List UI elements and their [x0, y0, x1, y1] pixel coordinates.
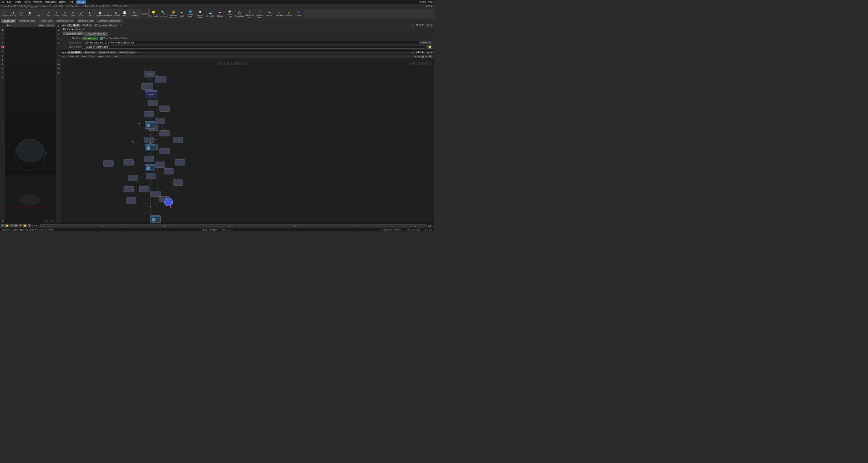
base-name-browse-btn[interactable]: Nuovo sc: [421, 41, 432, 44]
menu-help2[interactable]: Help: [114, 55, 118, 58]
forward-nav[interactable]: ▶: [65, 24, 66, 26]
skip-start-btn[interactable]: ⏮: [1, 224, 4, 227]
step-back-btn[interactable]: ⏪: [5, 224, 9, 227]
paint-icon[interactable]: 🖌: [0, 75, 4, 79]
file-tab[interactable]: File: [125, 5, 129, 8]
play-reverse-btn[interactable]: ◀: [10, 224, 13, 227]
move-icon[interactable]: ✥: [0, 28, 4, 32]
volume-light-btn[interactable]: 🌐Volume Light: [185, 9, 195, 19]
animation-editor-tab[interactable]: Animation Editor: [17, 19, 37, 23]
tool8[interactable]: ⊕: [0, 62, 4, 66]
reachivs-tab[interactable]: ReachivS: [67, 24, 81, 27]
stop-btn[interactable]: ⏹: [14, 224, 18, 227]
camera-tool[interactable]: 📷Camera: [131, 9, 139, 19]
menu-assets[interactable]: Assets: [24, 1, 30, 3]
characters-tab[interactable]: Characters: [37, 5, 48, 8]
circle-tool[interactable]: ○Circle: [53, 9, 61, 19]
sphere-tool[interactable]: ●Sphere: [9, 9, 17, 19]
viewport-canvas[interactable]: Indie Edition: [5, 27, 56, 223]
cloud-fx-tab[interactable]: Cloud FX: [106, 5, 116, 8]
box-tool[interactable]: ■Box: [26, 9, 34, 19]
switcher-btn[interactable]: ⇄Switcher: [284, 9, 294, 19]
search-btn[interactable]: 🔍: [429, 55, 433, 58]
reload-geometry-btn[interactable]: Reload Geometry: [85, 32, 108, 36]
guide-process-tab[interactable]: Guide Process: [70, 5, 85, 8]
grid-tool[interactable]: ⊞Grid: [34, 9, 42, 19]
gi-light-btn[interactable]: ✦GI Light: [215, 9, 225, 19]
metaball-tool[interactable]: ⊕Metaball: [112, 9, 120, 19]
tool7[interactable]: ◈: [0, 58, 4, 62]
rotate-icon[interactable]: ↻: [0, 32, 4, 36]
tree-view-tab[interactable]: Tree View: [83, 51, 97, 54]
adj-setup-tab[interactable]: Adj/SETUP: [67, 51, 82, 54]
tool9[interactable]: ⊗: [0, 66, 4, 70]
portal-light-btn[interactable]: ⬡Portal Light: [235, 9, 245, 19]
layout-icon4[interactable]: ⊟: [430, 51, 433, 54]
lsystem-tool[interactable]: ∤L-System: [104, 9, 112, 19]
foliage-tab[interactable]: Foliage: [21, 5, 28, 8]
path-back-nav[interactable]: ◀: [62, 51, 64, 54]
menu-tools[interactable]: Tools: [89, 55, 94, 58]
spot-light-btn[interactable]: 🔦Spot Light: [158, 9, 168, 19]
menu-layout[interactable]: Layout: [97, 55, 103, 58]
layout-icon1[interactable]: ⊞: [426, 24, 429, 27]
menu-megascans[interactable]: Megascans: [45, 1, 57, 3]
constraints-tab[interactable]: Constraints: [49, 5, 60, 8]
vp-tool7[interactable]: ▽: [57, 49, 61, 53]
composite-view-tab[interactable]: Composite View: [55, 19, 75, 23]
menu-render[interactable]: Render: [14, 1, 21, 3]
timeline-ruler[interactable]: 0 50 100 150 200 250 300: [40, 224, 425, 227]
snap-icon[interactable]: 🧲: [0, 45, 4, 49]
view-btn1[interactable]: ⊞: [414, 55, 417, 58]
add-view-tab-btn[interactable]: +: [125, 20, 126, 23]
load-from-disk-tab[interactable]: Load from Disk: [63, 32, 84, 36]
geometry-spreadsheet-tab[interactable]: Geometry Spreadsheet: [96, 19, 123, 23]
select-icon[interactable]: ↗: [0, 24, 4, 28]
play-btn[interactable]: ▶: [19, 224, 23, 227]
current-frame-input[interactable]: 66: [32, 224, 39, 227]
stereo-camera-btn[interactable]: 🔭Camera: [294, 9, 304, 19]
menu-view[interactable]: View: [81, 55, 86, 58]
light-btn[interactable]: ☀Light: [178, 9, 185, 19]
tool6[interactable]: ⊞: [0, 54, 4, 58]
layout-icon2[interactable]: ⊟: [430, 24, 433, 27]
solid-ops-tool[interactable]: ▣Solid Ops: [96, 9, 104, 19]
view-btn4[interactable]: ⊠: [425, 55, 428, 58]
vp-tool4[interactable]: ⊗: [57, 36, 61, 40]
vp-tool9[interactable]: ▷: [57, 58, 61, 62]
hair-utils-tab[interactable]: Hair Utils: [60, 5, 69, 8]
scale-icon[interactable]: ⤡: [0, 36, 4, 40]
constructed-btn[interactable]: Constructed: [83, 37, 98, 40]
vp-tool3[interactable]: ⊕: [57, 32, 61, 36]
distant-light-btn[interactable]: ★Distant Light: [195, 9, 205, 19]
paint-tool[interactable]: 🖌Paint: [77, 9, 85, 19]
vp-tool2[interactable]: ◈: [57, 28, 61, 32]
menu-labs[interactable]: Labs: [106, 55, 111, 58]
fem-portal-light-btn[interactable]: ⬡FEM Portal Light: [245, 9, 254, 19]
point-light-btn[interactable]: 💡Point Light: [149, 9, 158, 19]
back-nav[interactable]: ◀: [62, 24, 64, 26]
create-tool[interactable]: ◎Create: [1, 9, 9, 19]
tool5[interactable]: ⬡: [0, 49, 4, 53]
vp-tool6[interactable]: △: [57, 45, 61, 49]
menu-go[interactable]: Go: [75, 55, 79, 58]
line-tool[interactable]: ╱Line: [44, 9, 52, 19]
file-tool[interactable]: 📄File: [121, 9, 129, 19]
view-btn3[interactable]: ▦: [421, 55, 425, 58]
caustic-light-btn[interactable]: 💎Caustic Light: [225, 9, 235, 19]
tool10[interactable]: ⊘: [0, 71, 4, 75]
transform-icon[interactable]: ⊹: [0, 41, 4, 45]
perf-monitor-tab[interactable]: Performance Monitor: [93, 24, 118, 27]
menu-help[interactable]: Help: [69, 1, 73, 3]
terrain-fx-tab[interactable]: Terrain FX: [85, 5, 95, 8]
menu-file[interactable]: File: [1, 1, 4, 3]
simple-fx-tab[interactable]: Simple FX: [96, 5, 106, 8]
persp-dropdown[interactable]: Persp: [38, 24, 45, 27]
ambient-light-btn[interactable]: ◌Ambient Light: [254, 9, 264, 19]
create-tab[interactable]: Create: [1, 5, 8, 8]
volume-tab[interactable]: Volume: [116, 5, 124, 8]
path-forward-nav[interactable]: ▶: [65, 51, 66, 54]
build-button[interactable]: Build: [76, 0, 86, 4]
camera2-btn[interactable]: 📸Camera: [264, 9, 274, 19]
skip-end-btn[interactable]: ⏭: [28, 224, 31, 227]
